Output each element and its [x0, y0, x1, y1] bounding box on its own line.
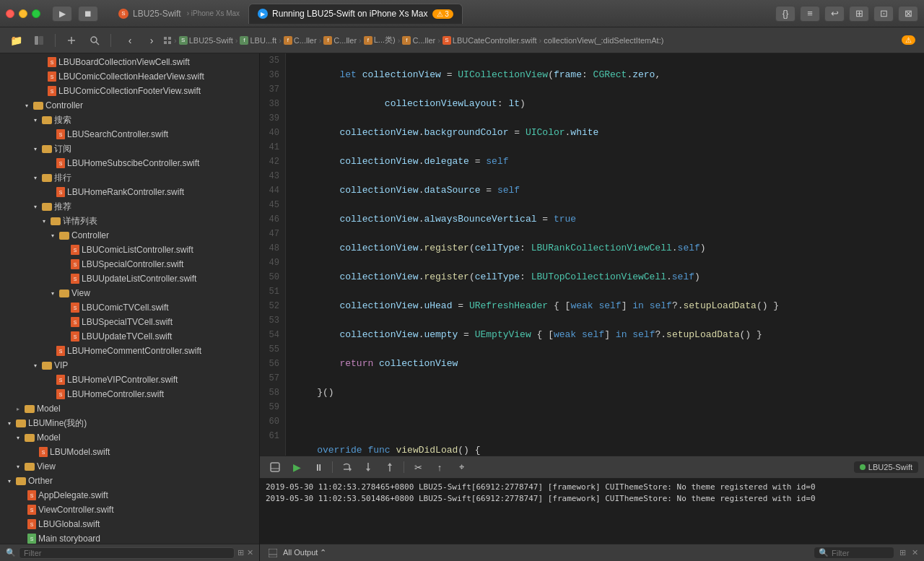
debug-console-button[interactable] — [266, 459, 284, 475]
tree-item-lbuhomerank[interactable]: S LBUHomeRankController.swift — [0, 185, 259, 199]
tree-item-lbucomicfooter[interactable]: S LBUComicCollectionFooterView.swift — [0, 84, 259, 98]
debug-pause-button[interactable]: ⏸ — [309, 459, 328, 475]
filter-close-button[interactable]: ✕ — [247, 548, 253, 557]
tree-item-lbuspecialtvcell[interactable]: S LBUSpecialTVCell.swift — [0, 315, 259, 329]
tree-item-vip-folder[interactable]: ▾ VIP — [0, 358, 259, 373]
tree-item-model-folder-collapsed[interactable]: ▸ Model — [0, 401, 259, 416]
debug-share-button[interactable]: ↑ — [430, 459, 449, 475]
swift-file-icon: S — [27, 505, 36, 515]
breadcrumb-group4[interactable]: f L...类) — [364, 35, 396, 45]
nav-back-button[interactable]: ‹ — [120, 32, 140, 49]
swift-file-icon: S — [71, 331, 79, 342]
swift-file-icon: S — [56, 129, 65, 139]
tree-item-orther-folder[interactable]: ▾ Orther — [0, 474, 259, 488]
tree-item-controller-folder[interactable]: ▾ Controller — [0, 98, 259, 113]
statusbar-icon-1[interactable]: ⊞ — [899, 548, 906, 557]
tree-item-lbuglobal[interactable]: S LBUGlobal.swift — [0, 517, 259, 531]
scheme-button[interactable]: ▶ — [52, 6, 72, 22]
tree-item-appdelegate[interactable]: S AppDelegate.swift — [0, 488, 259, 503]
editor-button[interactable]: ≡ — [800, 6, 820, 22]
tree-item-lbumine-folder[interactable]: ▾ LBUMine(我的) — [0, 416, 259, 430]
debug-step-over-button[interactable] — [337, 459, 356, 475]
hide-navigator-button[interactable] — [29, 32, 49, 49]
console-output[interactable]: 2019-05-30 11:02:53.278465+0800 LBU25-Sw… — [260, 479, 924, 544]
breadcrumb-group1[interactable]: f LBU...ft — [240, 36, 276, 45]
tree-item-main-storyboard[interactable]: S Main storyboard — [0, 531, 259, 544]
search-button[interactable] — [84, 32, 105, 49]
debug-status-dot — [860, 464, 866, 470]
console-toggle-button[interactable] — [266, 546, 280, 560]
tree-item-lbuhomecomment[interactable]: S LBUHomeCommentController.swift — [0, 344, 259, 358]
tree-item-view-sub-folder[interactable]: ▾ View — [0, 286, 259, 300]
tree-item-lbumodel[interactable]: S LBUModel.swift — [0, 445, 259, 459]
tree-arrow-open: ▾ — [22, 101, 31, 110]
nav-forward-button[interactable]: › — [141, 32, 162, 49]
tree-item-detail-list-folder[interactable]: ▾ 详情列表 — [0, 214, 259, 228]
breadcrumb-method[interactable]: collectionView(_:didSelectItemAt:) — [544, 36, 663, 45]
breadcrumb-warnings: ⚠ — [902, 35, 915, 45]
stop-button[interactable]: ⏹ — [78, 6, 98, 22]
tree-item-label: 推荐 — [54, 201, 253, 213]
file-tree[interactable]: S LBUBoardCollectionViewCell.swift S LBU… — [0, 53, 259, 544]
tree-item-label: LBUGlobal.swift — [38, 519, 253, 529]
panel-button[interactable]: ⊡ — [873, 6, 894, 22]
split-editor-button[interactable]: ⊞ — [849, 6, 869, 22]
breadcrumb-file[interactable]: S LBUCateController.swift — [443, 36, 537, 45]
tab-running[interactable]: ▶ Running LBU25-Swift on iPhone Xs Max ⚠… — [248, 4, 463, 24]
debug-step-out-button[interactable] — [380, 459, 399, 475]
tree-item-lbuhomevip[interactable]: S LBUHomeVIPController.swift — [0, 373, 259, 387]
navigate-back-button[interactable]: ↩ — [824, 6, 845, 22]
group-icon-4: f — [364, 36, 372, 45]
tree-item-lbuspecial[interactable]: S LBUSpecialController.swift — [0, 257, 259, 271]
statusbar-filter-input[interactable] — [832, 549, 889, 557]
debug-run-button[interactable]: ▶ — [287, 459, 306, 475]
tree-item-controller-sub-folder[interactable]: ▾ Controller — [0, 228, 259, 243]
tree-item-viewcontroller[interactable]: S ViewController.swift — [0, 503, 259, 517]
tree-item-label: LBUUpdateListController.swift — [82, 274, 253, 284]
debug-locate-button[interactable]: ⌖ — [452, 459, 471, 475]
sidebar-filter-input[interactable] — [19, 547, 235, 559]
hide-panel-button[interactable]: ⊠ — [898, 6, 918, 22]
svg-rect-1 — [39, 36, 43, 45]
breadcrumb-group2[interactable]: f C...ller — [284, 36, 317, 45]
tree-item-lbuupdatetvcell[interactable]: S LBUUpdateTVCell.swift — [0, 329, 259, 344]
tree-item-lbuhomesubscibe[interactable]: S LBUHomeSubscibeController.swift — [0, 156, 259, 170]
folder-icon — [16, 477, 26, 485]
tree-item-lbuupdatelist[interactable]: S LBUUpdateListController.swift — [0, 271, 259, 286]
tree-item-lbucomiclist[interactable]: S LBUComicListController.swift — [0, 243, 259, 257]
filter-options-button[interactable]: ⊞ — [237, 548, 244, 557]
code-review-button[interactable]: {} — [775, 6, 796, 22]
code-editor[interactable]: 35 36 37 38 39 40 41 42 43 44 45 46 47 4… — [260, 53, 924, 456]
tab-label: LBU25-Swift — [133, 9, 181, 19]
tree-item-search-folder[interactable]: ▾ 搜索 — [0, 113, 259, 127]
tree-item-model-sub-folder[interactable]: ▾ Model — [0, 430, 259, 445]
swift-file-icon: S — [48, 57, 56, 67]
debug-step-into-button[interactable] — [359, 459, 378, 475]
breadcrumb-label-5: C...ller — [412, 36, 435, 45]
add-button[interactable] — [61, 32, 82, 49]
breadcrumb-group5[interactable]: f C...ller — [402, 36, 435, 45]
folder-icon — [25, 405, 35, 413]
tree-item-rank-folder[interactable]: ▾ 排行 — [0, 170, 259, 185]
statusbar-icon-2[interactable]: ✕ — [912, 548, 918, 557]
debug-scissors-button[interactable]: ✂ — [409, 459, 427, 475]
tree-item-subscribe-folder[interactable]: ▾ 订阅 — [0, 142, 259, 156]
breadcrumb-project[interactable]: S LBU25-Swift — [179, 36, 233, 45]
breadcrumb-group3[interactable]: f C...ller — [323, 36, 357, 45]
tree-item-view-folder[interactable]: ▾ View — [0, 459, 259, 474]
tab-lbu25-swift[interactable]: S LBU25-Swift › iPhone Xs Max — [110, 4, 248, 24]
swift-file-icon: S — [443, 36, 451, 45]
tree-item-lbucomicheader[interactable]: S LBUComicCollectionHeaderView.swift — [0, 69, 259, 84]
folder-icon-button[interactable]: 📁 — [6, 32, 26, 49]
code-content[interactable]: let collectionView = UICollectionView(fr… — [286, 53, 924, 456]
breadcrumb-filename: LBUCateController.swift — [453, 36, 537, 45]
tree-item-lbuhomecontroller[interactable]: S LBUHomeController.swift — [0, 387, 259, 401]
tree-item-lbuboardcollectionviewcell[interactable]: S LBUBoardCollectionViewCell.swift — [0, 55, 259, 69]
tree-item-lbusearchcontroller[interactable]: S LBUSearchController.swift — [0, 127, 259, 142]
tree-item-label: Controller — [71, 230, 253, 240]
tree-item-lbucomictvcell[interactable]: S LBUComicTVCell.swift — [0, 300, 259, 315]
close-button[interactable] — [6, 9, 14, 18]
minimize-button[interactable] — [19, 9, 27, 18]
fullscreen-button[interactable] — [32, 9, 40, 18]
tree-item-recommend-folder[interactable]: ▾ 推荐 — [0, 199, 259, 214]
